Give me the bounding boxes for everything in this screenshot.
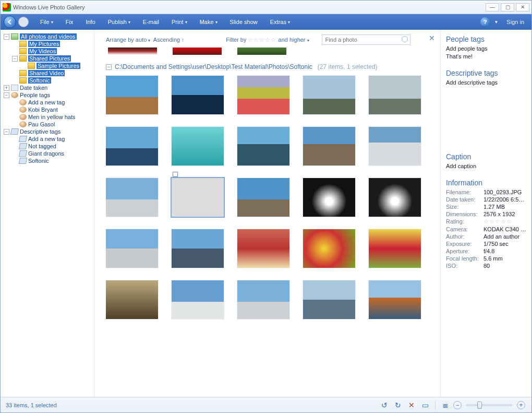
tree-item[interactable]: Sample Pictures <box>3 62 92 69</box>
add-people-tags[interactable]: Add people tags <box>446 45 526 52</box>
gallery-scroll[interactable]: − C:\Documents and Settings\user\Desktop… <box>106 48 438 397</box>
thumbnail[interactable] <box>172 229 224 268</box>
delete-icon[interactable]: ✕ <box>407 400 416 410</box>
thumbnail[interactable] <box>106 229 158 268</box>
menu-extras[interactable]: Extras▾ <box>264 14 296 30</box>
close-panel-icon[interactable]: ✕ <box>429 34 435 42</box>
info-title: Information <box>446 179 526 187</box>
arrange-by-button[interactable]: Arrange by auto ▾ Ascending ↑ <box>106 37 184 43</box>
back-button[interactable] <box>4 16 16 28</box>
menu-make[interactable]: Make▾ <box>194 14 224 30</box>
search-wrap <box>322 34 410 45</box>
thumbnail[interactable] <box>369 127 421 166</box>
thumbnail[interactable] <box>237 178 289 217</box>
minimize-button[interactable]: — <box>486 3 499 11</box>
thumbnail[interactable] <box>237 280 289 319</box>
descriptive-tags-title: Descriptive tags <box>446 69 526 77</box>
zoom-in-button[interactable]: + <box>517 401 525 409</box>
caption-title: Caption <box>446 152 526 161</box>
search-input[interactable] <box>322 34 410 45</box>
group-header[interactable]: − C:\Documents and Settings\user\Desktop… <box>106 63 434 70</box>
thumbnail[interactable] <box>237 127 289 166</box>
tree-date-taken[interactable]: +Date taken <box>3 84 92 91</box>
close-button[interactable]: ✕ <box>516 3 529 11</box>
navbar: File▾FixInfoPublish▾E-mailPrint▾Make▾Sli… <box>1 14 531 30</box>
tree-item[interactable]: My Videos <box>3 48 92 55</box>
details-view-icon[interactable]: ≣ <box>441 400 450 410</box>
tree-tag[interactable]: Softonic <box>3 157 92 164</box>
tree-descriptive[interactable]: −Descriptive tags <box>3 128 92 135</box>
filter-by-button[interactable]: Filter by ☆☆☆☆☆ and higher ▾ <box>226 37 309 43</box>
thumbnail[interactable] <box>237 229 289 268</box>
tree-tag[interactable]: Add a new tag <box>3 135 92 143</box>
menu-publish[interactable]: Publish▾ <box>102 14 137 30</box>
sidebar: −All photos and videos My Pictures My Vi… <box>1 30 94 397</box>
thumbnail[interactable] <box>369 178 421 217</box>
group-count: (27 items, 1 selected) <box>318 63 378 70</box>
menu-print[interactable]: Print▾ <box>165 14 194 30</box>
menu-slide-show[interactable]: Slide show <box>224 14 264 30</box>
thumbnail[interactable] <box>369 229 421 268</box>
thumbnail[interactable] <box>106 280 158 319</box>
rotate-ccw-icon[interactable]: ↺ <box>380 400 389 410</box>
thumbnail[interactable] <box>106 178 158 217</box>
status-text: 33 items, 1 selected <box>6 402 378 408</box>
menu-file[interactable]: File▾ <box>34 14 59 30</box>
rotate-cw-icon[interactable]: ↻ <box>393 400 403 410</box>
titlebar: Windows Live Photo Gallery — ▢ ✕ <box>1 1 531 14</box>
info-pane: People tags Add people tags That's me! D… <box>440 30 531 397</box>
thumbnail[interactable] <box>106 76 158 114</box>
info-row: Date taken:1/22/2006 6:50 PM <box>446 196 526 203</box>
tree-tag[interactable]: Men in yellow hats <box>3 113 92 121</box>
tree-item[interactable]: My Pictures <box>3 40 92 48</box>
thumbnail[interactable] <box>303 127 355 166</box>
display-icon[interactable]: ▭ <box>420 400 430 410</box>
info-row: Aperture:f/4.8 <box>446 248 526 254</box>
info-row: ISO:80 <box>446 263 526 269</box>
thumbnail[interactable] <box>172 178 224 217</box>
search-icon <box>402 36 408 42</box>
thumbnail[interactable] <box>369 280 421 319</box>
app-icon <box>3 3 11 11</box>
thumbnail[interactable] <box>172 280 224 319</box>
zoom-slider[interactable] <box>466 404 513 406</box>
info-row: Camera:KODAK C340 ZOOM ... <box>446 226 526 232</box>
thumbnail[interactable] <box>172 76 224 114</box>
info-row: Size:1.27 MB <box>446 204 526 210</box>
thumbnail[interactable] <box>303 229 355 268</box>
window-title: Windows Live Photo Gallery <box>13 4 484 10</box>
tree-tag[interactable]: Pau Gasol <box>3 121 92 128</box>
add-descriptive-tags[interactable]: Add descriptive tags <box>446 79 526 86</box>
thumbnail[interactable] <box>303 76 355 114</box>
forward-button[interactable] <box>18 17 29 27</box>
info-row: Exposure:1/750 sec <box>446 241 526 247</box>
thumbnail[interactable] <box>369 76 421 114</box>
tree-item[interactable]: Softonic <box>3 77 92 84</box>
tree-item[interactable]: −Shared Pictures <box>3 55 92 62</box>
zoom-out-button[interactable]: − <box>453 401 462 409</box>
thumbnail[interactable] <box>303 280 355 319</box>
thumbnail[interactable] <box>237 76 289 114</box>
tree-tag[interactable]: Giant dragons <box>3 150 92 157</box>
tree-tag[interactable]: Add a new tag <box>3 99 92 106</box>
tree-root[interactable]: −All photos and videos <box>3 33 92 40</box>
thats-me[interactable]: That's me! <box>446 53 526 60</box>
help-icon[interactable]: ? <box>480 17 490 27</box>
tree-tag[interactable]: Kobi Bryant <box>3 106 92 113</box>
maximize-button[interactable]: ▢ <box>501 3 514 11</box>
thumbnail[interactable] <box>172 127 224 166</box>
tree-item[interactable]: Shared Video <box>3 69 92 77</box>
thumbnail[interactable] <box>106 127 158 166</box>
add-caption[interactable]: Add caption <box>446 163 526 169</box>
info-row: Rating:☆☆☆☆☆ <box>446 218 526 225</box>
info-row: Author:Add an author <box>446 233 526 240</box>
sign-in-link[interactable]: Sign in <box>502 19 528 25</box>
thumbnail[interactable] <box>303 178 355 217</box>
main: ✕ Arrange by auto ▾ Ascending ↑ Filter b… <box>94 30 440 397</box>
menu-info[interactable]: Info <box>79 14 101 30</box>
menu-e-mail[interactable]: E-mail <box>137 14 165 30</box>
info-row: Dimensions:2576 x 1932 <box>446 211 526 217</box>
tree-people-tags[interactable]: −People tags <box>3 91 92 99</box>
tree-tag[interactable]: Not tagged <box>3 143 92 150</box>
menu-fix[interactable]: Fix <box>59 14 80 30</box>
